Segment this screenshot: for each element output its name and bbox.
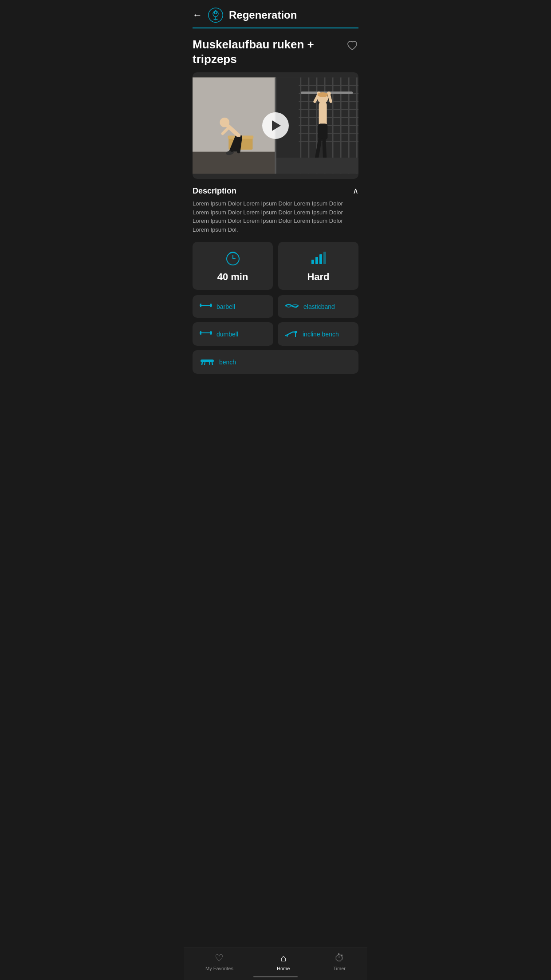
svg-rect-44: [276, 158, 358, 174]
svg-line-43: [324, 140, 325, 158]
dumbell-label: dumbell: [216, 331, 238, 338]
bench-icon: [200, 356, 215, 368]
description-heading: Description: [193, 186, 236, 196]
play-button[interactable]: [262, 112, 289, 139]
description-text: Lorem Ipsum Dolor Lorem Ipsum Dolor Lore…: [193, 199, 358, 234]
video-thumbnail[interactable]: [193, 72, 358, 179]
clock-icon: [224, 249, 242, 267]
svg-rect-60: [200, 331, 201, 335]
svg-line-70: [205, 362, 205, 365]
difficulty-card: Hard: [278, 242, 358, 290]
svg-rect-61: [201, 332, 210, 333]
app-logo-icon: [208, 7, 224, 23]
svg-rect-64: [295, 331, 297, 333]
svg-rect-56: [201, 305, 210, 306]
equipment-bench[interactable]: bench: [193, 350, 358, 374]
workout-title-row: Muskelaufbau ruken +tripzeps: [193, 37, 358, 66]
equipment-dumbell[interactable]: dumbell: [193, 322, 273, 346]
back-button[interactable]: ←: [193, 10, 202, 20]
svg-rect-58: [210, 304, 212, 307]
elasticband-label: elasticband: [303, 303, 335, 310]
difficulty-icon: [310, 249, 327, 267]
header: ← Regeneration: [184, 0, 367, 23]
description-header: Description ∧: [193, 186, 358, 196]
incline-bench-icon: [285, 328, 298, 340]
svg-line-49: [236, 253, 236, 254]
svg-rect-4: [193, 150, 276, 174]
svg-rect-63: [210, 331, 212, 335]
content-area: Muskelaufbau ruken +tripzeps: [184, 28, 367, 423]
play-icon: [272, 120, 281, 131]
svg-point-40: [318, 92, 328, 97]
chevron-up-icon[interactable]: ∧: [353, 186, 358, 196]
equipment-incline-bench[interactable]: incline bench: [278, 322, 358, 346]
incline-bench-label: incline bench: [303, 331, 339, 338]
svg-point-1: [214, 12, 216, 14]
elasticband-icon: [285, 301, 299, 312]
stats-row: 40 min Hard: [193, 242, 358, 290]
equipment-elasticband[interactable]: elasticband: [278, 295, 358, 318]
svg-rect-41: [318, 123, 328, 139]
svg-line-69: [212, 362, 213, 365]
favorite-button[interactable]: [346, 39, 358, 53]
svg-rect-55: [200, 304, 201, 307]
duration-value: 40 min: [217, 271, 248, 283]
svg-point-13: [220, 118, 229, 127]
barbell-label: barbell: [216, 303, 235, 310]
duration-card: 40 min: [193, 242, 273, 290]
page-title: Regeneration: [229, 9, 297, 21]
barbell-icon: [200, 301, 212, 312]
svg-line-68: [202, 362, 202, 365]
svg-rect-53: [323, 252, 326, 264]
dumbell-icon: [200, 329, 212, 339]
svg-line-71: [209, 362, 210, 365]
bench-label: bench: [219, 359, 236, 366]
svg-rect-52: [319, 254, 322, 264]
svg-rect-50: [311, 260, 314, 264]
workout-title: Muskelaufbau ruken +tripzeps: [193, 37, 314, 66]
heart-icon: [346, 39, 358, 51]
svg-line-65: [287, 335, 287, 337]
equipment-grid: barbell elasticband: [193, 295, 358, 374]
svg-rect-51: [315, 257, 318, 264]
difficulty-value: Hard: [307, 271, 329, 283]
svg-line-48: [229, 253, 230, 254]
equipment-barbell[interactable]: barbell: [193, 295, 273, 318]
